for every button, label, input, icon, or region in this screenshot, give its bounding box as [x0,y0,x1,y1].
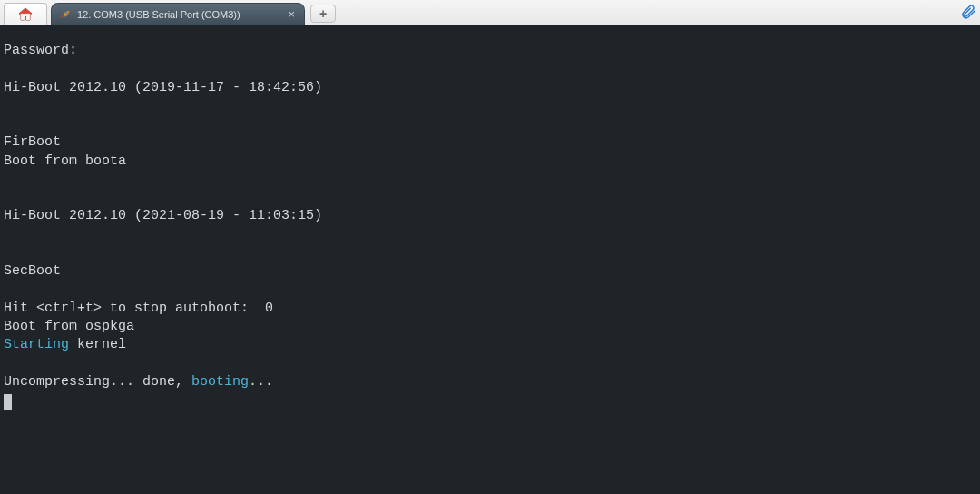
svg-rect-3 [24,16,26,20]
terminal-line: FirBoot [4,133,976,152]
home-tab[interactable] [4,3,47,25]
session-tab[interactable]: 12. COM3 (USB Serial Port (COM3)) × [51,3,305,25]
home-icon [18,7,33,22]
terminal-line: SecBoot [4,262,976,281]
terminal-line: Hit <ctrl+t> to stop autoboot: 0 [4,300,976,318]
terminal-line [4,244,976,262]
terminal-line: Uncompressing... done, booting... [4,373,976,391]
terminal-cursor-line [4,391,976,410]
terminal-line: Hi-Boot 2012.10 (2019-11-17 - 18:42:56) [4,79,976,97]
terminal-line: Boot from ospkga [4,318,976,336]
terminal-line [4,97,976,115]
terminal-line [4,171,976,189]
terminal-line: Password: [4,42,976,60]
terminal-line [4,281,976,299]
session-tab-label: 12. COM3 (USB Serial Port (COM3)) [77,9,280,20]
plus-icon: + [319,6,327,21]
terminal-line [4,60,976,78]
terminal-line: Starting kernel [4,336,976,354]
terminal-output[interactable]: Password: Hi-Boot 2012.10 (2019-11-17 - … [0,25,980,494]
tab-bar: 12. COM3 (USB Serial Port (COM3)) × + [0,0,980,25]
new-tab-button[interactable]: + [310,5,336,23]
terminal-line: Hi-Boot 2012.10 (2021-08-19 - 11:03:15) [4,207,976,225]
rocket-icon [59,8,72,21]
terminal-line [4,115,976,133]
terminal-line [4,354,976,372]
svg-point-4 [66,12,68,14]
paperclip-icon[interactable] [960,4,976,20]
terminal-line [4,189,976,207]
terminal-line: Boot from boota [4,153,976,171]
svg-marker-1 [19,8,32,14]
cursor [4,394,12,410]
close-tab-button[interactable]: × [286,8,297,20]
terminal-line [4,226,976,244]
